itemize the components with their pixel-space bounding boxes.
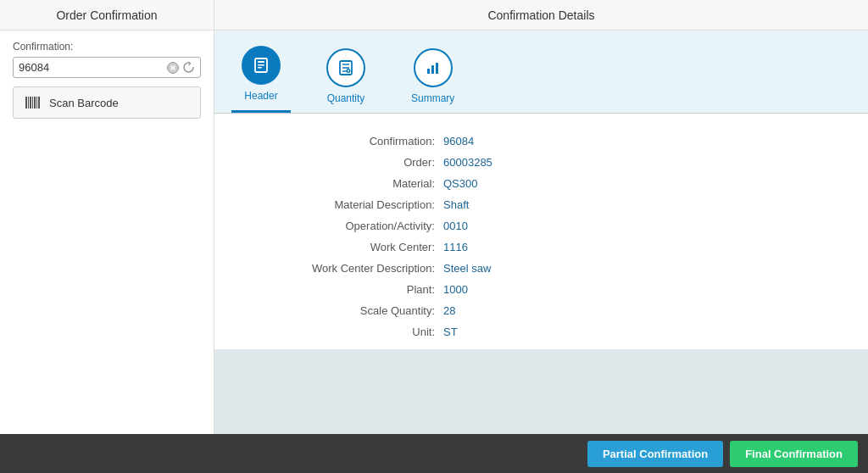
svg-rect-3 [25, 97, 27, 109]
svg-rect-13 [258, 67, 262, 69]
app-container: Order Confirmation Confirmation: [0, 0, 868, 473]
svg-rect-23 [436, 63, 438, 74]
detail-key: Unit: [248, 326, 443, 338]
svg-rect-21 [427, 69, 430, 74]
tab-summary-icon-circle [414, 48, 453, 87]
table-row: Operation/Activity: 0010 [248, 215, 834, 236]
main-content: Order Confirmation Confirmation: [0, 0, 868, 434]
detail-key: Scale Quantity: [248, 304, 443, 317]
confirmation-label: Confirmation: [13, 41, 201, 53]
svg-rect-7 [34, 97, 36, 109]
confirmation-input[interactable] [19, 61, 164, 74]
detail-key: Material: [248, 177, 443, 190]
tab-quantity[interactable]: Quantity [316, 43, 376, 113]
svg-rect-5 [30, 97, 31, 109]
footer: Partial Confirmation Final Confirmation [0, 434, 868, 473]
detail-key: Confirmation: [248, 135, 443, 147]
right-bottom-area [214, 349, 868, 434]
detail-area: Confirmation: 96084 Order: 60003285 Mate… [214, 114, 868, 349]
detail-val: 0010 [443, 220, 468, 232]
svg-rect-12 [258, 64, 264, 66]
detail-key: Plant: [248, 283, 443, 296]
right-panel-header: Confirmation Details [214, 0, 868, 31]
detail-val: 1000 [443, 283, 468, 296]
detail-key: Work Center Description: [248, 262, 443, 275]
tab-quantity-label: Quantity [327, 92, 365, 104]
table-row: Material Description: Shaft [248, 194, 834, 215]
detail-key: Operation/Activity: [248, 220, 443, 232]
tab-summary[interactable]: Summary [401, 43, 465, 113]
svg-rect-8 [36, 97, 37, 109]
svg-rect-22 [431, 65, 434, 74]
svg-rect-11 [258, 61, 264, 63]
detail-val: Shaft [443, 198, 469, 211]
detail-val: 60003285 [443, 156, 492, 169]
svg-rect-4 [28, 97, 29, 109]
left-panel: Order Confirmation Confirmation: [0, 0, 214, 434]
table-row: Order: 60003285 [248, 152, 834, 173]
left-panel-header: Order Confirmation [0, 0, 214, 31]
svg-rect-9 [38, 97, 40, 109]
detail-table: Confirmation: 96084 Order: 60003285 Mate… [248, 131, 834, 342]
detail-key: Work Center: [248, 241, 443, 253]
detail-val: 96084 [443, 135, 474, 147]
table-row: Plant: 1000 [248, 279, 834, 300]
tab-summary-label: Summary [411, 92, 454, 104]
tab-header[interactable]: Header [231, 41, 291, 113]
tab-area: Header Quantity [214, 31, 868, 114]
left-panel-title: Order Confirmation [56, 8, 157, 22]
detail-val: ST [443, 326, 458, 338]
tab-header-label: Header [244, 90, 277, 102]
detail-val: 28 [443, 304, 455, 317]
confirmation-input-row [13, 57, 201, 78]
table-row: Material: QS300 [248, 173, 834, 194]
final-confirmation-button[interactable]: Final Confirmation [730, 441, 858, 467]
right-panel-title: Confirmation Details [487, 8, 594, 22]
detail-val: 1116 [443, 241, 468, 253]
table-row: Work Center: 1116 [248, 236, 834, 258]
svg-rect-6 [32, 97, 33, 109]
left-panel-body: Confirmation: [0, 31, 214, 129]
table-row: Confirmation: 96084 [248, 131, 834, 152]
detail-key: Order: [248, 156, 443, 169]
detail-key: Material Description: [248, 198, 443, 211]
table-row: Unit: ST [248, 321, 834, 342]
clear-icon[interactable] [167, 62, 179, 74]
detail-val: QS300 [443, 177, 477, 190]
barcode-icon [24, 93, 42, 112]
tab-header-icon-circle [242, 46, 281, 85]
tab-quantity-icon-circle [326, 48, 365, 87]
scan-barcode-label: Scan Barcode [49, 97, 119, 109]
scan-barcode-button[interactable]: Scan Barcode [13, 86, 201, 119]
partial-confirmation-button[interactable]: Partial Confirmation [587, 441, 723, 467]
right-panel: Confirmation Details Header [214, 0, 868, 434]
detail-val: Steel saw [443, 262, 491, 275]
refresh-icon[interactable] [182, 61, 195, 74]
table-row: Scale Quantity: 28 [248, 300, 834, 321]
table-row: Work Center Description: Steel saw [248, 258, 834, 279]
